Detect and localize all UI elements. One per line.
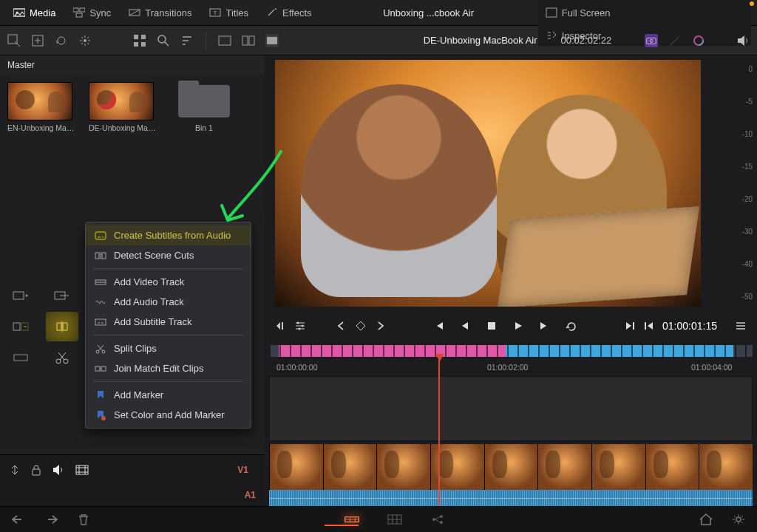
- menu-create-subtitles[interactable]: Create Subtitles from Audio: [86, 225, 251, 245]
- svg-rect-4: [76, 13, 82, 17]
- menu-add-marker[interactable]: Add Marker: [86, 385, 251, 405]
- tab-titles[interactable]: T Titles: [202, 3, 256, 23]
- ruler-tick: 01:00:00:00: [276, 363, 317, 372]
- tab-transitions[interactable]: Transitions: [121, 3, 199, 23]
- menu-add-video-track[interactable]: Add Video Track: [86, 272, 251, 292]
- append-tool-icon[interactable]: [0, 312, 41, 341]
- timeline-ruler[interactable]: 01:00:00:00 01:00:02:00 01:00:04:00: [274, 360, 748, 376]
- viewer-clip-name: DE-Unboxing MacBook Air: [424, 35, 537, 46]
- tab-media[interactable]: Media: [6, 3, 63, 23]
- effects-wand-icon: [266, 7, 278, 18]
- viewer-head-timecode: 00:02:02:22: [561, 35, 612, 46]
- prev-edit-icon[interactable]: [336, 320, 347, 332]
- link-tool-icon[interactable]: [55, 34, 68, 47]
- step-back-icon[interactable]: [459, 320, 471, 332]
- viewer-dual-icon[interactable]: [242, 34, 255, 47]
- audio-track-label[interactable]: A1: [245, 490, 256, 500]
- video-track-icon: [95, 277, 106, 287]
- tab-transitions-label: Transitions: [145, 7, 191, 18]
- speaker-track-icon[interactable]: [52, 464, 65, 476]
- audio-track[interactable]: [269, 490, 753, 506]
- inspector-icon: [546, 30, 557, 41]
- marker-diamond-icon[interactable]: [355, 320, 367, 332]
- audio-meter-scale: 0-5-10-15-20-30-40-50: [730, 55, 757, 311]
- edit-page-icon[interactable]: [387, 513, 403, 526]
- bin-item[interactable]: Bin 1: [170, 82, 238, 132]
- clip-label: EN-Unboxing Mac...: [7, 123, 75, 132]
- import-media-icon[interactable]: [31, 34, 44, 47]
- svg-rect-8: [546, 8, 557, 17]
- timeline-menu-icon[interactable]: [735, 320, 747, 332]
- stop-icon[interactable]: [486, 320, 498, 332]
- loop-icon[interactable]: [566, 320, 577, 332]
- snapshot-icon[interactable]: [645, 34, 658, 47]
- blade-tool-icon[interactable]: [41, 343, 83, 372]
- video-track[interactable]: [269, 444, 753, 490]
- clip-item[interactable]: EN-Unboxing Mac...: [7, 82, 75, 132]
- redo-icon[interactable]: [43, 513, 59, 526]
- menu-add-subtitle-track[interactable]: Add Subtitle Track: [86, 312, 251, 332]
- svg-rect-46: [102, 253, 106, 259]
- filmstrip-icon[interactable]: [75, 465, 89, 475]
- settings-sliders-icon[interactable]: [294, 320, 306, 332]
- playhead-timecode[interactable]: 01:00:01:15: [662, 320, 717, 332]
- clip-label: DE-Unboxing Mac...: [89, 123, 157, 132]
- ripple-tool-icon[interactable]: [0, 343, 41, 372]
- insert-tool-icon[interactable]: [0, 281, 41, 310]
- speaker-icon[interactable]: [736, 34, 750, 47]
- auto-tool-icon[interactable]: [78, 34, 92, 47]
- thumbnail-view-icon[interactable]: [133, 34, 146, 47]
- svg-rect-20: [267, 37, 277, 44]
- search-icon[interactable]: [157, 34, 170, 47]
- smart-insert-tool-icon[interactable]: [46, 312, 78, 341]
- home-icon[interactable]: [698, 513, 714, 526]
- svg-point-53: [101, 416, 106, 420]
- lock-icon[interactable]: [31, 464, 41, 476]
- video-track-label[interactable]: V1: [237, 465, 256, 475]
- scissors-icon: [95, 344, 106, 354]
- jog-icon[interactable]: [275, 320, 287, 332]
- menu-set-color-marker[interactable]: Set Color and Add Marker: [86, 405, 251, 425]
- go-start-icon[interactable]: [432, 320, 444, 332]
- tab-sync-label: Sync: [89, 7, 111, 18]
- tab-sync[interactable]: Sync: [66, 3, 118, 23]
- color-wheel-icon[interactable]: [692, 34, 705, 47]
- undo-icon[interactable]: [10, 513, 27, 526]
- overwrite-tool-icon[interactable]: [41, 281, 83, 310]
- viewer-single-icon[interactable]: [218, 34, 231, 47]
- expand-icon[interactable]: [9, 464, 21, 476]
- scene-cut-icon: [95, 250, 106, 261]
- menu-detect-scene-cuts[interactable]: Detect Scene Cuts: [86, 245, 251, 265]
- scene-cut-ribbon[interactable]: [269, 345, 753, 357]
- next-clip-icon[interactable]: [624, 320, 636, 332]
- fusion-page-icon[interactable]: [430, 513, 446, 526]
- svg-point-35: [302, 325, 304, 327]
- go-end-icon[interactable]: [539, 320, 551, 332]
- page-navigation: [0, 506, 757, 532]
- play-icon[interactable]: [512, 320, 524, 332]
- trash-icon[interactable]: [75, 513, 92, 526]
- transport-controls: 01:00:01:15: [265, 311, 757, 341]
- timeline-context-menu: Create Subtitles from Audio Detect Scene…: [85, 222, 251, 429]
- menu-split-clips[interactable]: Split Clips: [86, 338, 251, 358]
- next-edit-icon[interactable]: [374, 320, 386, 332]
- menu-label: Set Color and Add Marker: [114, 409, 225, 420]
- svg-rect-29: [14, 355, 27, 361]
- magic-tool-icon[interactable]: [668, 34, 682, 47]
- viewer-cinema-icon[interactable]: [265, 34, 279, 47]
- svg-rect-52: [101, 366, 106, 371]
- selection-tool-icon[interactable]: [7, 34, 21, 47]
- svg-point-43: [736, 517, 741, 522]
- project-settings-icon[interactable]: [730, 513, 747, 526]
- media-breadcrumb[interactable]: Master: [0, 55, 265, 75]
- tab-fullscreen[interactable]: Full Screen: [538, 3, 751, 23]
- timeline-upper-track[interactable]: [269, 376, 753, 441]
- clip-item[interactable]: DE-Unboxing Mac...: [89, 82, 157, 132]
- svg-rect-32: [33, 469, 40, 475]
- tab-effects[interactable]: Effects: [259, 3, 319, 23]
- program-viewer[interactable]: [275, 60, 701, 307]
- menu-join-match-clips[interactable]: Join Match Edit Clips: [86, 358, 251, 378]
- menu-add-audio-track[interactable]: Add Audio Track: [86, 292, 251, 312]
- prev-clip-icon[interactable]: [643, 320, 655, 332]
- sort-icon[interactable]: [180, 34, 194, 47]
